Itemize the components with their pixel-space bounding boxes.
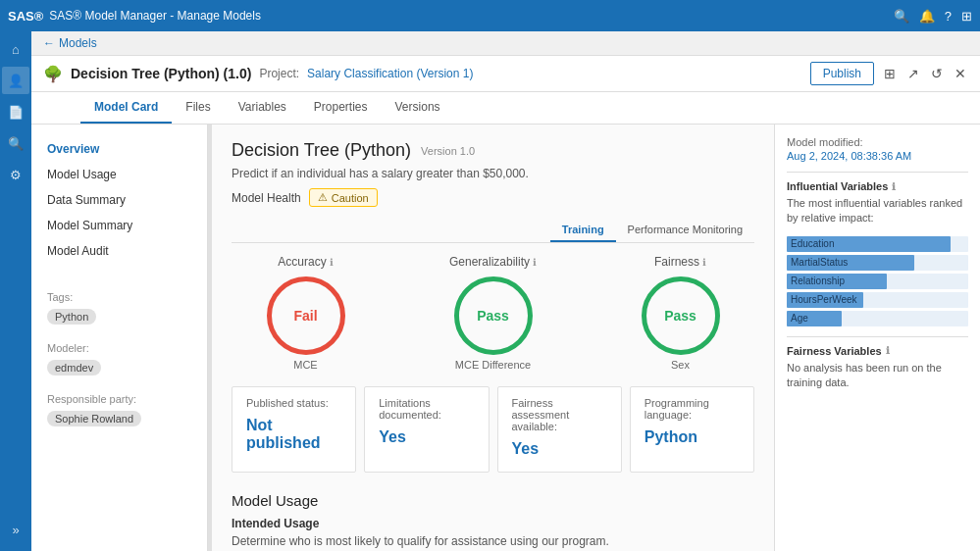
tab-training[interactable]: Training — [550, 219, 616, 242]
nav-models-icon[interactable]: 👤 — [2, 67, 29, 94]
caution-badge: ⚠ Caution — [309, 188, 378, 207]
training-tabs: Training Performance Monitoring — [232, 219, 754, 243]
tab-performance-monitoring[interactable]: Performance Monitoring — [616, 219, 754, 242]
fairness-assessment-card: Fairness assessment available: Yes — [497, 386, 622, 473]
tab-variables[interactable]: Variables — [225, 92, 300, 124]
page-header: 🌳 Decision Tree (Python) (1.0) Project: … — [31, 56, 980, 92]
fairness-assessment-label: Fairness assessment available: — [512, 397, 607, 432]
modified-label: Model modified: — [787, 136, 968, 148]
programming-language-card: Programming language: Python — [630, 386, 754, 473]
generalizability-sub-label: MCE Difference — [419, 359, 567, 371]
bar-label-martial: MartialStatus — [791, 257, 848, 268]
grid-icon[interactable]: ⊞ — [882, 64, 898, 83]
modified-value: Aug 2, 2024, 08:38:36 AM — [787, 150, 968, 162]
generalizability-card: Generalizability ℹ Pass MCE Difference — [419, 255, 567, 371]
nav-data-summary[interactable]: Data Summary — [31, 187, 207, 213]
fairness-info-icon[interactable]: ℹ — [702, 257, 706, 268]
fairness-sub-label: Sex — [606, 359, 754, 371]
responsible-name[interactable]: Sophie Rowland — [47, 411, 141, 426]
generalizability-value: Pass — [477, 308, 509, 324]
share-icon[interactable]: ↗ — [905, 64, 921, 83]
nav-expand-icon[interactable]: » — [2, 516, 29, 543]
help-icon[interactable]: ? — [945, 9, 952, 24]
nav-home-icon[interactable]: ⌂ — [2, 35, 29, 63]
intended-usage-title: Intended Usage — [232, 517, 754, 530]
tag-python[interactable]: Python — [47, 309, 96, 325]
fairness-vars-info-icon[interactable]: ℹ — [886, 345, 890, 356]
nav-model-audit[interactable]: Model Audit — [31, 238, 207, 264]
search-icon[interactable]: 🔍 — [894, 9, 909, 24]
nav-model-usage[interactable]: Model Usage — [31, 162, 207, 187]
tab-model-card[interactable]: Model Card — [80, 92, 172, 124]
caution-text: Caution — [332, 192, 369, 204]
bell-icon[interactable]: 🔔 — [919, 9, 935, 24]
bar-hours: HoursPerWeek — [787, 292, 968, 308]
fairness-gauge-container: Pass — [606, 276, 754, 355]
metrics-row: Accuracy ℹ Fail MCE Generali — [232, 255, 754, 371]
bar-fill-relationship: Relationship — [787, 274, 887, 289]
influential-vars-desc: The most influential variables ranked by… — [787, 196, 968, 226]
bar-age: Age — [787, 311, 968, 326]
fairness-card: Fairness ℹ Pass Sex — [606, 255, 754, 371]
nav-search-icon[interactable]: 🔍 — [2, 129, 29, 157]
accuracy-value: Fail — [293, 308, 317, 324]
bar-track-age: Age — [787, 311, 968, 326]
limitations-value: Yes — [379, 428, 474, 446]
center-panel: Decision Tree (Python) Version 1.0 Predi… — [212, 125, 774, 551]
tab-files[interactable]: Files — [172, 92, 224, 124]
apps-icon[interactable]: ⊞ — [961, 9, 972, 24]
tab-properties[interactable]: Properties — [300, 92, 382, 124]
responsible-section: Responsible party: Sophie Rowland — [31, 385, 207, 436]
app-body: ⌂ 👤 📄 🔍 ⚙ » ← Models 🌳 Decision Tree (Py… — [0, 31, 980, 551]
bar-track-education: Education — [787, 236, 968, 252]
programming-language-label: Programming language: — [645, 397, 740, 421]
nav-overview[interactable]: Overview — [31, 136, 207, 162]
intended-usage-text: Determine who is most likely to qualify … — [232, 534, 754, 548]
refresh-icon[interactable]: ↺ — [929, 64, 945, 83]
modeler-label: Modeler: — [47, 342, 191, 354]
bar-track-relationship: Relationship — [787, 274, 968, 289]
breadcrumb: ← Models — [31, 31, 980, 56]
tab-versions[interactable]: Versions — [382, 92, 454, 124]
modeler-section: Modeler: edmdev — [31, 334, 207, 385]
nav-files-icon[interactable]: 📄 — [2, 98, 29, 125]
back-arrow-icon[interactable]: ← — [43, 36, 55, 50]
app-title: SAS® Model Manager - Manage Models — [49, 9, 261, 23]
generalizability-gauge-container: Pass — [419, 276, 567, 355]
app-title-area: SAS® SAS® Model Manager - Manage Models — [8, 9, 261, 24]
accuracy-card: Accuracy ℹ Fail MCE — [232, 255, 380, 371]
close-icon[interactable]: ✕ — [953, 64, 968, 83]
warning-icon: ⚠ — [318, 191, 328, 204]
top-bar-actions: 🔍 🔔 ? ⊞ — [894, 9, 972, 24]
right-panel: Model modified: Aug 2, 2024, 08:38:36 AM… — [774, 125, 980, 551]
publish-button[interactable]: Publish — [810, 62, 874, 85]
bar-label-hours: HoursPerWeek — [791, 294, 857, 305]
influential-info-icon[interactable]: ℹ — [892, 181, 896, 192]
accuracy-title: Accuracy ℹ — [232, 255, 380, 269]
fairness-vars-title: Fairness Variables ℹ — [787, 345, 968, 357]
content-area: Overview Model Usage Data Summary Model … — [31, 125, 980, 551]
model-usage-section-title: Model Usage — [232, 492, 754, 509]
modeler-name[interactable]: edmdev — [47, 360, 101, 376]
generalizability-info-icon[interactable]: ℹ — [533, 257, 537, 268]
bar-label-relationship: Relationship — [791, 276, 845, 286]
responsible-label: Responsible party: — [47, 393, 191, 405]
page-header-left: 🌳 Decision Tree (Python) (1.0) Project: … — [43, 65, 473, 83]
health-label: Model Health — [232, 191, 301, 205]
fairness-title: Fairness ℹ — [606, 255, 754, 269]
influence-bars: Education MartialStatus — [787, 236, 968, 326]
bar-education: Education — [787, 236, 968, 252]
nav-model-summary[interactable]: Model Summary — [31, 213, 207, 238]
fairness-vars-desc: No analysis has been run on the training… — [787, 361, 968, 391]
top-bar: SAS® SAS® Model Manager - Manage Models … — [0, 0, 980, 31]
published-status-label: Published status: — [246, 397, 341, 409]
bar-track-martial: MartialStatus — [787, 255, 968, 271]
sas-logo-icon: SAS® — [8, 9, 43, 24]
accuracy-info-icon[interactable]: ℹ — [330, 257, 334, 268]
breadcrumb-models-link[interactable]: Models — [59, 36, 97, 50]
version-badge: Version 1.0 — [421, 145, 475, 157]
project-link[interactable]: Salary Classification (Version 1) — [307, 67, 473, 80]
left-nav: Overview Model Usage Data Summary Model … — [31, 125, 208, 551]
nav-settings-icon[interactable]: ⚙ — [2, 161, 29, 188]
bar-martial-status: MartialStatus — [787, 255, 968, 271]
